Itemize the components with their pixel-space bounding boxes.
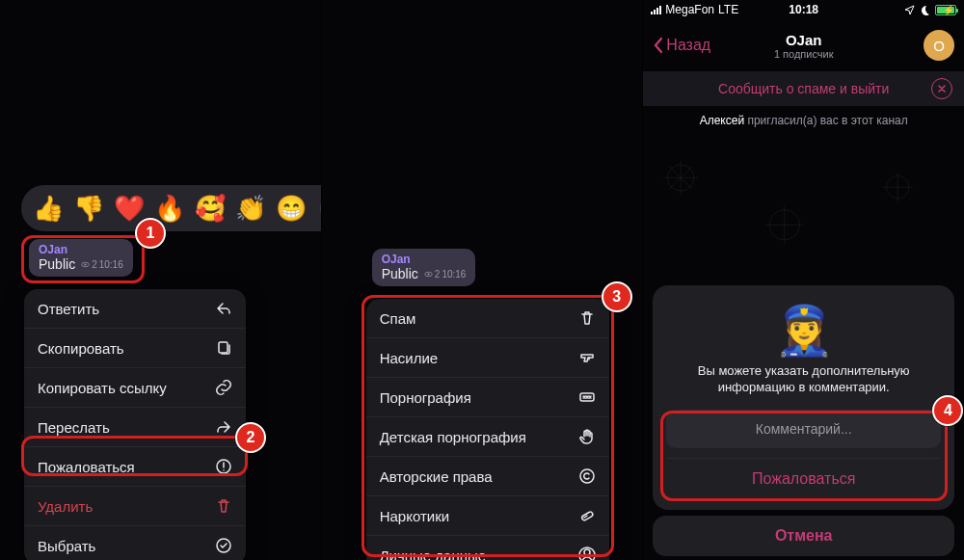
callout-3: 3 xyxy=(602,281,632,312)
menu-item-label: Копировать ссылку xyxy=(38,380,167,396)
reaction-grin[interactable]: 😁 xyxy=(276,196,307,221)
report-item-person[interactable]: Личные данные xyxy=(366,536,609,560)
reaction-love[interactable]: 🥰 xyxy=(195,196,226,221)
copyright-icon xyxy=(578,467,596,485)
gun-icon xyxy=(578,349,596,366)
hand-icon xyxy=(578,428,596,445)
svg-rect-2 xyxy=(219,342,228,353)
cancel-button[interactable]: Отмена xyxy=(653,516,954,556)
menu-item-label: Спам xyxy=(380,310,416,327)
reaction-clap[interactable]: 👏 xyxy=(235,196,266,221)
menu-item-label: Ответить xyxy=(38,301,99,317)
report-item-xxx[interactable]: Порнография xyxy=(366,378,609,417)
invite-text: Алексей пригласил(а) вас в этот канал xyxy=(643,114,964,127)
forward-icon xyxy=(215,418,232,436)
spam-banner-text[interactable]: Сообщить о спаме и выйти xyxy=(718,81,889,96)
menu-item-label: Детская порнография xyxy=(380,429,526,445)
menu-item-label: Насилие xyxy=(380,350,439,366)
menu-item-label: Авторские права xyxy=(380,468,493,485)
screenshot-2: OJan Public 2 10:16 СпамНасилиеПорнограф… xyxy=(322,0,644,560)
menu-item-label: Выбрать xyxy=(38,538,95,554)
report-item-gun[interactable]: Насилие xyxy=(366,338,609,378)
header-title[interactable]: OJan 1 подписчик xyxy=(774,32,834,60)
context-item-check[interactable]: Выбрать xyxy=(24,526,246,560)
svg-point-1 xyxy=(85,264,87,266)
views-icon xyxy=(81,260,90,269)
reply-icon xyxy=(215,300,232,317)
context-item-copy[interactable]: Скопировать xyxy=(24,329,246,368)
message-sender: OJan xyxy=(39,243,123,256)
svg-point-10 xyxy=(584,549,590,555)
context-item-warn[interactable]: Пожаловаться xyxy=(24,447,246,487)
comment-input[interactable]: Комментарий... xyxy=(666,410,941,448)
spam-banner: Сообщить о спаме и выйти xyxy=(643,71,964,106)
xxx-icon xyxy=(578,388,596,406)
report-item-pill[interactable]: Наркотики xyxy=(366,496,609,536)
report-menu: СпамНасилиеПорнографияДетская порнографи… xyxy=(366,299,609,560)
moon-icon xyxy=(920,5,930,15)
chat-subtitle: 1 подписчик xyxy=(774,48,834,60)
menu-item-label: Порнография xyxy=(380,389,471,406)
context-item-link[interactable]: Копировать ссылку xyxy=(24,368,246,408)
menu-item-label: Переслать xyxy=(38,419,110,436)
sheet-description: Вы можете указать дополнительную информа… xyxy=(666,362,941,396)
message-sender: OJan xyxy=(382,253,467,266)
message-meta: 2 10:16 xyxy=(81,259,123,270)
report-item-hand[interactable]: Детская порнография xyxy=(366,417,609,457)
screenshot-3: MegaFon LTE 10:18 ⚡ Назад OJan 1 подписч… xyxy=(643,0,964,560)
back-label: Назад xyxy=(666,37,710,54)
copy-icon xyxy=(215,339,232,357)
report-item-trash[interactable]: Спам xyxy=(366,299,609,338)
callout-2: 2 xyxy=(235,422,266,453)
battery-icon: ⚡ xyxy=(935,5,956,15)
message-bubble[interactable]: OJan Public 2 10:16 xyxy=(372,249,476,286)
avatar[interactable]: O xyxy=(924,30,954,61)
network-label: LTE xyxy=(718,3,738,16)
context-item-reply[interactable]: Ответить xyxy=(24,289,246,329)
report-button[interactable]: Пожаловаться xyxy=(666,458,941,498)
close-icon xyxy=(937,84,947,93)
menu-item-label: Скопировать xyxy=(38,340,124,357)
chat-header: Назад OJan 1 подписчик O xyxy=(643,21,964,69)
views-icon xyxy=(424,270,433,279)
back-button[interactable]: Назад xyxy=(653,37,710,54)
warn-icon xyxy=(215,458,232,475)
close-banner-button[interactable] xyxy=(931,78,952,99)
callout-1: 1 xyxy=(135,218,166,249)
context-menu: ОтветитьСкопироватьКопировать ссылкуПере… xyxy=(24,289,246,560)
location-icon xyxy=(904,5,915,15)
chat-title: OJan xyxy=(774,32,834,48)
svg-point-8 xyxy=(580,469,594,483)
reaction-thumbs-up[interactable]: 👍 xyxy=(33,196,64,221)
signal-icon xyxy=(651,6,661,14)
svg-point-6 xyxy=(427,274,429,276)
chevron-left-icon xyxy=(653,37,664,54)
message-text: Public xyxy=(39,256,75,272)
reaction-heart[interactable]: ❤️ xyxy=(114,196,145,221)
reaction-thumbs-down[interactable]: 👎 xyxy=(73,196,104,221)
carrier-label: MegaFon xyxy=(665,3,714,16)
report-item-copyright[interactable]: Авторские права xyxy=(366,457,609,496)
person-icon xyxy=(578,547,596,560)
message-meta: 2 10:16 xyxy=(424,269,467,280)
trash-icon xyxy=(578,309,596,327)
police-emoji: 👮‍♀️ xyxy=(666,307,941,355)
report-sheet: 👮‍♀️ Вы можете указать дополнительную ин… xyxy=(653,285,954,510)
check-icon xyxy=(215,537,232,554)
link-icon xyxy=(215,379,232,396)
menu-item-label: Пожаловаться xyxy=(38,459,135,475)
screenshot-1: 👍 👎 ❤️ 🔥 🥰 👏 😁 OJan Public 2 10:16 От xyxy=(0,0,322,560)
menu-item-label: Личные данные xyxy=(380,547,486,561)
reaction-fire[interactable]: 🔥 xyxy=(154,196,185,221)
trash-icon xyxy=(215,497,232,515)
message-bubble[interactable]: OJan Public 2 10:16 xyxy=(29,239,133,277)
message-text: Public xyxy=(382,266,418,281)
context-item-trash[interactable]: Удалить xyxy=(24,487,246,526)
status-bar: MegaFon LTE 10:18 ⚡ xyxy=(643,0,964,19)
pill-icon xyxy=(578,507,596,524)
menu-item-label: Наркотики xyxy=(380,508,449,524)
reaction-bar: 👍 👎 ❤️ 🔥 🥰 👏 😁 xyxy=(21,185,322,231)
menu-item-label: Удалить xyxy=(38,498,93,515)
context-item-forward[interactable]: Переслать xyxy=(24,408,246,447)
status-time: 10:18 xyxy=(789,3,818,16)
